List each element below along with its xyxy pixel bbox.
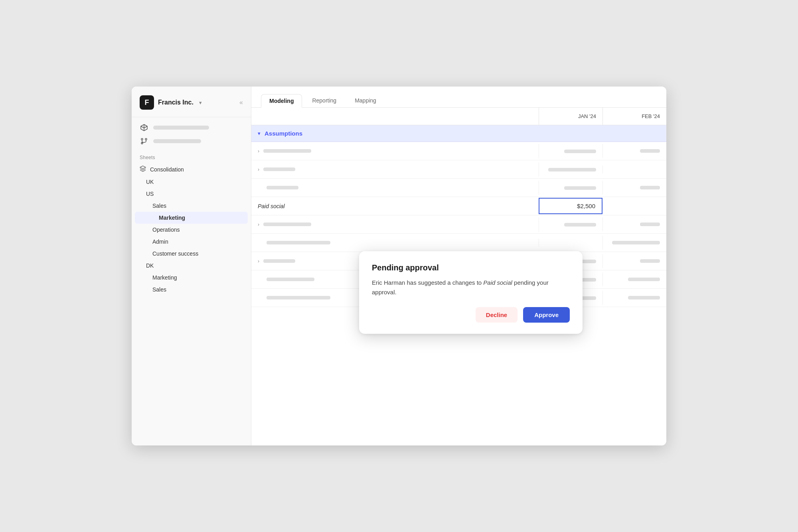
row-skeleton xyxy=(267,186,298,189)
row-value-jan xyxy=(539,239,602,247)
top-tabs: Modeling Reporting Mapping xyxy=(251,87,666,108)
row-expand-icon[interactable]: › xyxy=(258,258,259,264)
row-value-jan xyxy=(539,217,602,232)
popup-title: Pending approval xyxy=(372,263,570,272)
nav-item-skeleton xyxy=(153,126,209,130)
row-expand-icon[interactable]: › xyxy=(258,222,259,227)
row-label xyxy=(251,237,539,248)
row-skeleton xyxy=(263,223,311,226)
sales-label: Sales xyxy=(152,203,166,209)
row-label: › xyxy=(251,163,539,176)
paid-social-label-cell: Paid social xyxy=(251,199,539,213)
assumptions-row[interactable]: ▾ Assumptions xyxy=(251,125,666,142)
sales-dk-label: Sales xyxy=(152,286,166,293)
sidebar-item-operations[interactable]: Operations xyxy=(132,224,251,236)
admin-label: Admin xyxy=(152,238,168,245)
popup-actions: Decline Approve xyxy=(372,307,570,323)
sidebar-item-marketing-us[interactable]: Marketing xyxy=(135,212,248,224)
value-skeleton-2 xyxy=(640,223,660,226)
marketing-dk-label: Marketing xyxy=(152,274,177,281)
value-skeleton-2 xyxy=(628,296,660,299)
sidebar-item-sales[interactable]: Sales xyxy=(132,200,251,212)
sidebar-item-consolidation[interactable]: Consolidation xyxy=(132,163,251,176)
row-skeleton xyxy=(267,278,314,281)
value-skeleton xyxy=(548,168,596,171)
approve-button[interactable]: Approve xyxy=(523,307,570,323)
consolidation-label: Consolidation xyxy=(150,166,184,173)
row-expand-icon[interactable]: › xyxy=(258,167,259,172)
sidebar-item-marketing-dk[interactable]: Marketing xyxy=(132,272,251,284)
col-header-label-cell xyxy=(251,111,539,122)
chevron-down-icon: ▾ xyxy=(199,100,202,106)
sidebar-item-uk[interactable]: UK xyxy=(132,176,251,188)
row-label xyxy=(251,182,539,193)
row-value-jan xyxy=(539,181,602,195)
row-value-feb xyxy=(602,291,666,305)
tab-mapping[interactable]: Mapping xyxy=(346,94,385,107)
dk-label: DK xyxy=(146,262,154,269)
sidebar-item-customer-success[interactable]: Customer success xyxy=(132,248,251,260)
tab-modeling[interactable]: Modeling xyxy=(261,94,302,108)
nav-item-cube[interactable] xyxy=(140,124,243,132)
sidebar-item-dk[interactable]: DK xyxy=(132,260,251,272)
nav-item-branch[interactable] xyxy=(140,137,243,145)
row-value-jan xyxy=(539,162,602,177)
branch-icon xyxy=(140,137,148,145)
marketing-us-label: Marketing xyxy=(159,215,185,221)
row-value-feb xyxy=(602,254,666,268)
row-skeleton xyxy=(267,296,330,299)
customer-success-label: Customer success xyxy=(152,250,198,257)
value-skeleton-2 xyxy=(640,186,660,189)
value-skeleton xyxy=(564,150,596,153)
sidebar-nav-icons xyxy=(132,117,251,148)
row-value-feb xyxy=(602,217,666,231)
pending-approval-popup: Pending approval Eric Harman has suggest… xyxy=(359,251,583,334)
company-name: Francis Inc. xyxy=(158,99,194,106)
company-selector[interactable]: F Francis Inc. ▾ xyxy=(140,95,202,110)
row-skeleton xyxy=(263,167,295,171)
sidebar: F Francis Inc. ▾ « xyxy=(132,87,251,445)
decline-button[interactable]: Decline xyxy=(476,307,518,323)
svg-point-1 xyxy=(145,138,147,140)
row-skeleton xyxy=(267,241,330,244)
popup-body-text: Eric Harman has suggested a changes to xyxy=(372,279,483,286)
layers-icon xyxy=(140,166,146,173)
assumptions-label: Assumptions xyxy=(265,130,302,137)
sheets-section-label: Sheets xyxy=(132,148,251,163)
row-expand-icon[interactable]: › xyxy=(258,148,259,154)
row-value-feb xyxy=(602,236,666,250)
sidebar-header: F Francis Inc. ▾ « xyxy=(132,87,251,117)
value-skeleton-2 xyxy=(640,149,660,153)
paid-social-label: Paid social xyxy=(258,203,285,209)
value-skeleton-2 xyxy=(612,241,660,244)
row-value-feb xyxy=(602,166,666,173)
popup-italic-text: Paid social xyxy=(483,279,512,286)
row-value-jan xyxy=(539,144,602,158)
paid-social-value[interactable]: $2,500 xyxy=(539,198,602,214)
main-content: Modeling Reporting Mapping JAN '24 FEB '… xyxy=(251,87,666,445)
row-label: › xyxy=(251,218,539,231)
table-row: › xyxy=(251,215,666,234)
column-headers: JAN '24 FEB '24 xyxy=(251,108,666,125)
paid-social-row: Paid social $2,500 xyxy=(251,197,666,215)
table-row: › xyxy=(251,160,666,179)
row-skeleton xyxy=(263,259,295,263)
operations-label: Operations xyxy=(152,227,180,233)
paid-social-feb xyxy=(602,202,666,210)
cube-icon xyxy=(140,124,148,132)
row-label: › xyxy=(251,144,539,158)
sidebar-item-us[interactable]: US xyxy=(132,188,251,200)
us-label: US xyxy=(146,191,154,197)
sidebar-item-admin[interactable]: Admin xyxy=(132,236,251,248)
value-skeleton xyxy=(564,186,596,190)
value-skeleton-2 xyxy=(640,259,660,263)
row-skeleton xyxy=(263,149,311,153)
tab-reporting[interactable]: Reporting xyxy=(304,94,345,107)
table-row xyxy=(251,234,666,252)
popup-body: Eric Harman has suggested a changes to P… xyxy=(372,278,570,297)
assumptions-chevron-icon: ▾ xyxy=(258,130,261,136)
sidebar-item-sales-dk[interactable]: Sales xyxy=(132,284,251,296)
table-row xyxy=(251,179,666,197)
company-logo: F xyxy=(140,95,154,110)
collapse-sidebar-icon[interactable]: « xyxy=(239,99,243,106)
